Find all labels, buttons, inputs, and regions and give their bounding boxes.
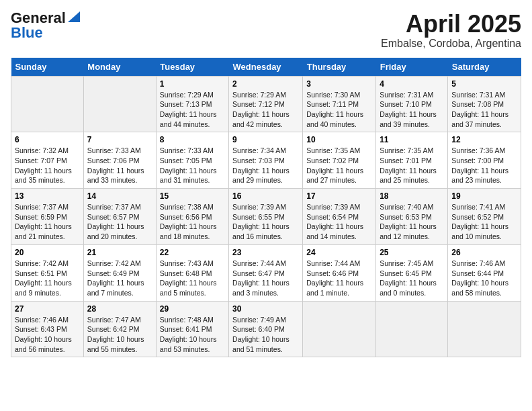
- day-info: Sunrise: 7:39 AMSunset: 6:55 PMDaylight:…: [232, 202, 299, 242]
- calendar-cell: 22Sunrise: 7:43 AMSunset: 6:48 PMDayligh…: [156, 244, 228, 301]
- day-info: Sunrise: 7:42 AMSunset: 6:51 PMDaylight:…: [15, 259, 80, 298]
- logo-icon: [68, 11, 80, 22]
- day-number: 21: [87, 248, 152, 257]
- calendar-cell: 1Sunrise: 7:29 AMSunset: 7:13 PMDaylight…: [156, 76, 228, 132]
- calendar-cell: [11, 76, 84, 132]
- day-info: Sunrise: 7:39 AMSunset: 6:54 PMDaylight:…: [306, 202, 372, 242]
- header-thursday: Thursday: [303, 58, 376, 77]
- calendar-week-4: 20Sunrise: 7:42 AMSunset: 6:51 PMDayligh…: [11, 244, 521, 301]
- day-number: 19: [451, 191, 517, 201]
- day-info: Sunrise: 7:31 AMSunset: 7:10 PMDaylight:…: [380, 90, 444, 130]
- page-header: General Blue April 2025 Embalse, Cordoba…: [11, 11, 521, 50]
- day-info: Sunrise: 7:29 AMSunset: 7:12 PMDaylight:…: [232, 90, 299, 130]
- day-number: 11: [380, 135, 444, 144]
- header-tuesday: Tuesday: [156, 58, 228, 77]
- day-info: Sunrise: 7:30 AMSunset: 7:11 PMDaylight:…: [306, 90, 372, 130]
- day-info: Sunrise: 7:41 AMSunset: 6:52 PMDaylight:…: [451, 202, 517, 242]
- calendar-cell: 6Sunrise: 7:32 AMSunset: 7:07 PMDaylight…: [11, 132, 84, 189]
- day-number: 22: [160, 248, 225, 257]
- logo-general-text: General: [11, 11, 66, 26]
- day-info: Sunrise: 7:40 AMSunset: 6:53 PMDaylight:…: [380, 202, 444, 242]
- logo: General Blue: [11, 11, 80, 40]
- calendar-cell: 10Sunrise: 7:35 AMSunset: 7:02 PMDayligh…: [303, 132, 376, 189]
- day-number: 28: [87, 304, 152, 314]
- header-friday: Friday: [376, 58, 448, 77]
- day-number: 30: [232, 304, 299, 314]
- day-number: 5: [451, 79, 517, 89]
- calendar-cell: 12Sunrise: 7:36 AMSunset: 7:00 PMDayligh…: [448, 132, 521, 189]
- day-info: Sunrise: 7:47 AMSunset: 6:42 PMDaylight:…: [87, 315, 152, 355]
- day-info: Sunrise: 7:31 AMSunset: 7:08 PMDaylight:…: [451, 90, 517, 130]
- day-info: Sunrise: 7:44 AMSunset: 6:47 PMDaylight:…: [232, 259, 299, 298]
- day-info: Sunrise: 7:43 AMSunset: 6:48 PMDaylight:…: [160, 259, 225, 298]
- calendar-cell: 7Sunrise: 7:33 AMSunset: 7:06 PMDaylight…: [83, 132, 156, 189]
- header-wednesday: Wednesday: [229, 58, 303, 77]
- calendar-cell: 28Sunrise: 7:47 AMSunset: 6:42 PMDayligh…: [83, 301, 156, 357]
- day-number: 15: [160, 191, 225, 201]
- day-info: Sunrise: 7:44 AMSunset: 6:46 PMDaylight:…: [306, 259, 372, 298]
- day-number: 17: [306, 191, 372, 201]
- calendar-cell: 29Sunrise: 7:48 AMSunset: 6:41 PMDayligh…: [156, 301, 228, 357]
- calendar-cell: 15Sunrise: 7:38 AMSunset: 6:56 PMDayligh…: [156, 189, 228, 245]
- calendar-table: SundayMondayTuesdayWednesdayThursdayFrid…: [11, 58, 521, 358]
- day-number: 26: [451, 248, 517, 257]
- day-number: 13: [15, 191, 80, 201]
- day-info: Sunrise: 7:32 AMSunset: 7:07 PMDaylight:…: [15, 146, 80, 185]
- day-number: 10: [306, 135, 372, 144]
- calendar-cell: 4Sunrise: 7:31 AMSunset: 7:10 PMDaylight…: [376, 76, 448, 132]
- day-number: 7: [87, 135, 152, 144]
- day-info: Sunrise: 7:37 AMSunset: 6:57 PMDaylight:…: [87, 202, 152, 242]
- day-number: 23: [232, 248, 299, 257]
- calendar-cell: 2Sunrise: 7:29 AMSunset: 7:12 PMDaylight…: [229, 76, 303, 132]
- calendar-cell: 30Sunrise: 7:49 AMSunset: 6:40 PMDayligh…: [229, 301, 303, 357]
- calendar-cell: 8Sunrise: 7:33 AMSunset: 7:05 PMDaylight…: [156, 132, 228, 189]
- day-number: 27: [15, 304, 80, 314]
- day-info: Sunrise: 7:35 AMSunset: 7:02 PMDaylight:…: [306, 146, 372, 185]
- calendar-cell: 19Sunrise: 7:41 AMSunset: 6:52 PMDayligh…: [448, 189, 521, 245]
- calendar-cell: [303, 301, 376, 357]
- calendar-cell: 27Sunrise: 7:46 AMSunset: 6:43 PMDayligh…: [11, 301, 84, 357]
- logo-blue-text: Blue: [11, 24, 43, 41]
- day-info: Sunrise: 7:48 AMSunset: 6:41 PMDaylight:…: [160, 315, 225, 355]
- day-number: 9: [232, 135, 299, 144]
- calendar-week-3: 13Sunrise: 7:37 AMSunset: 6:59 PMDayligh…: [11, 189, 521, 245]
- day-info: Sunrise: 7:33 AMSunset: 7:05 PMDaylight:…: [160, 146, 225, 185]
- calendar-cell: [448, 301, 521, 357]
- calendar-cell: 3Sunrise: 7:30 AMSunset: 7:11 PMDaylight…: [303, 76, 376, 132]
- header-monday: Monday: [83, 58, 156, 77]
- header-sunday: Sunday: [11, 58, 84, 77]
- day-number: 4: [380, 79, 444, 89]
- day-number: 16: [232, 191, 299, 201]
- calendar-header-row: SundayMondayTuesdayWednesdayThursdayFrid…: [11, 58, 521, 77]
- day-info: Sunrise: 7:35 AMSunset: 7:01 PMDaylight:…: [380, 146, 444, 185]
- day-info: Sunrise: 7:38 AMSunset: 6:56 PMDaylight:…: [160, 202, 225, 242]
- calendar-cell: 16Sunrise: 7:39 AMSunset: 6:55 PMDayligh…: [229, 189, 303, 245]
- day-number: 8: [160, 135, 225, 144]
- calendar-cell: 26Sunrise: 7:46 AMSunset: 6:44 PMDayligh…: [448, 244, 521, 301]
- calendar-cell: 20Sunrise: 7:42 AMSunset: 6:51 PMDayligh…: [11, 244, 84, 301]
- title-block: April 2025 Embalse, Cordoba, Argentina: [381, 11, 521, 50]
- calendar-cell: 17Sunrise: 7:39 AMSunset: 6:54 PMDayligh…: [303, 189, 376, 245]
- calendar-week-1: 1Sunrise: 7:29 AMSunset: 7:13 PMDaylight…: [11, 76, 521, 132]
- day-info: Sunrise: 7:49 AMSunset: 6:40 PMDaylight:…: [232, 315, 299, 355]
- day-number: 20: [15, 248, 80, 257]
- day-number: 1: [160, 79, 225, 89]
- day-number: 3: [306, 79, 372, 89]
- calendar-cell: 25Sunrise: 7:45 AMSunset: 6:45 PMDayligh…: [376, 244, 448, 301]
- day-number: 6: [15, 135, 80, 144]
- calendar-cell: 18Sunrise: 7:40 AMSunset: 6:53 PMDayligh…: [376, 189, 448, 245]
- calendar-cell: [83, 76, 156, 132]
- day-number: 25: [380, 248, 444, 257]
- calendar-cell: [376, 301, 448, 357]
- calendar-cell: 5Sunrise: 7:31 AMSunset: 7:08 PMDaylight…: [448, 76, 521, 132]
- day-number: 2: [232, 79, 299, 89]
- day-number: 18: [380, 191, 444, 201]
- day-info: Sunrise: 7:46 AMSunset: 6:43 PMDaylight:…: [15, 315, 80, 355]
- calendar-week-2: 6Sunrise: 7:32 AMSunset: 7:07 PMDaylight…: [11, 132, 521, 189]
- day-info: Sunrise: 7:45 AMSunset: 6:45 PMDaylight:…: [380, 259, 444, 298]
- page-title: April 2025: [381, 11, 521, 38]
- day-number: 29: [160, 304, 225, 314]
- calendar-cell: 14Sunrise: 7:37 AMSunset: 6:57 PMDayligh…: [83, 189, 156, 245]
- day-number: 14: [87, 191, 152, 201]
- calendar-cell: 24Sunrise: 7:44 AMSunset: 6:46 PMDayligh…: [303, 244, 376, 301]
